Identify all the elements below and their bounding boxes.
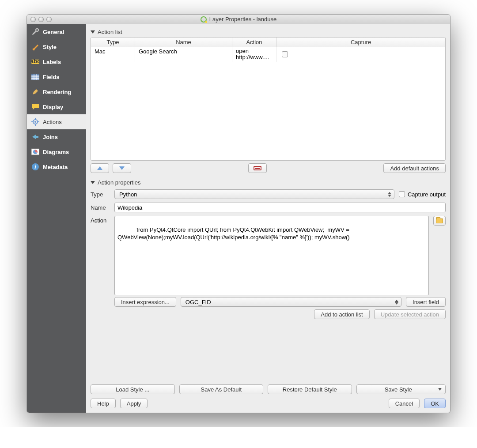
th-type[interactable]: Type <box>91 38 135 47</box>
speech-bubble-icon <box>31 103 39 111</box>
minimize-window-dot[interactable] <box>38 17 44 22</box>
type-row: Type Python Capture output <box>91 188 446 201</box>
sidebar-item-labels[interactable]: abc Labels <box>27 54 86 69</box>
sidebar-label: Style <box>43 44 57 50</box>
svg-rect-4 <box>31 74 39 75</box>
cell-name: Google Search <box>135 47 232 62</box>
chevron-down-icon <box>91 30 95 34</box>
style-buttons-row: Load Style ... Save As Default Restore D… <box>91 384 446 394</box>
restore-default-style-button[interactable]: Restore Default Style <box>268 384 352 394</box>
triangle-up-icon <box>97 166 102 170</box>
sidebar-item-display[interactable]: Display <box>27 99 86 114</box>
sidebar-item-rendering[interactable]: Rendering <box>27 84 86 99</box>
brush-icon <box>31 43 39 51</box>
paintbrush-icon <box>31 88 39 96</box>
info-icon: i <box>31 163 39 171</box>
browse-button[interactable] <box>433 216 446 226</box>
save-style-button[interactable]: Save Style <box>356 384 446 394</box>
action-row: Action from PyQt4.QtCore import QUrl; fr… <box>91 214 446 297</box>
sidebar-label: Display <box>43 104 63 110</box>
delete-button[interactable] <box>248 163 267 173</box>
sidebar-item-style[interactable]: Style <box>27 39 86 54</box>
action-textarea[interactable]: from PyQt4.QtCore import QUrl; from PyQt… <box>114 216 429 295</box>
gear-icon <box>31 118 39 126</box>
svg-text:i: i <box>34 163 36 170</box>
name-value: Wikipedia <box>117 204 142 211</box>
sidebar-label: Joins <box>43 134 58 140</box>
pie-chart-icon <box>31 148 39 156</box>
help-button[interactable]: Help <box>91 399 116 408</box>
field-value: OGC_FID <box>186 299 211 305</box>
add-buttons-row: Add to action list Update selected actio… <box>91 307 446 319</box>
ok-button[interactable]: OK <box>424 399 446 408</box>
cell-capture <box>276 47 316 62</box>
move-down-button[interactable] <box>113 163 131 173</box>
window-controls <box>30 17 52 22</box>
action-list-header[interactable]: Action list <box>91 27 446 37</box>
table-header: Type Name Action Capture <box>91 38 445 47</box>
qgis-icon <box>201 16 207 23</box>
sidebar-item-joins[interactable]: Joins <box>27 129 86 144</box>
apply-button[interactable]: Apply <box>120 399 148 408</box>
update-selected-action-button[interactable]: Update selected action <box>374 309 446 319</box>
table-controls: Add default actions <box>91 161 446 173</box>
sidebar-item-fields[interactable]: Fields <box>27 69 86 84</box>
sidebar-label: Fields <box>43 74 60 80</box>
svg-text:abc: abc <box>31 59 39 64</box>
labels-icon: abc <box>31 58 39 66</box>
svg-point-10 <box>34 121 36 123</box>
close-window-dot[interactable] <box>30 17 36 22</box>
select-arrows-icon <box>395 300 398 305</box>
action-label: Action <box>91 216 110 224</box>
sidebar-label: Metadata <box>43 164 68 170</box>
footer: Load Style ... Save As Default Restore D… <box>91 384 446 408</box>
sidebar-label: Actions <box>43 119 62 125</box>
window-title-text: Layer Properties - landuse <box>209 16 276 23</box>
action-properties-header[interactable]: Action properties <box>91 177 446 188</box>
insert-expression-button[interactable]: Insert expression... <box>114 297 176 307</box>
sidebar-item-diagrams[interactable]: Diagrams <box>27 144 86 159</box>
sidebar-item-actions[interactable]: Actions <box>27 114 86 129</box>
section-title: Action properties <box>98 179 141 186</box>
th-capture[interactable]: Capture <box>276 38 445 47</box>
cancel-button[interactable]: Cancel <box>389 399 420 408</box>
sidebar-label: Rendering <box>43 89 71 95</box>
field-select[interactable]: OGC_FID <box>181 297 401 307</box>
capture-checkbox[interactable] <box>282 51 288 57</box>
body: General Style abc Labels Fields <box>27 24 450 413</box>
add-to-action-list-button[interactable]: Add to action list <box>314 309 369 319</box>
table-row[interactable]: Mac Google Search open http://www.g… <box>91 47 445 62</box>
joins-icon <box>31 133 39 141</box>
type-label: Type <box>91 191 110 198</box>
section-title: Action list <box>98 29 122 35</box>
save-as-default-button[interactable]: Save As Default <box>179 384 264 394</box>
sidebar-label: General <box>43 29 64 35</box>
layer-properties-window: Layer Properties - landuse General Style… <box>26 14 450 413</box>
delete-icon <box>254 166 261 170</box>
sidebar-label: Diagrams <box>43 149 69 155</box>
capture-output-checkbox[interactable] <box>399 191 405 197</box>
th-name[interactable]: Name <box>135 38 232 47</box>
svg-point-0 <box>36 29 38 31</box>
type-value: Python <box>119 191 137 198</box>
titlebar: Layer Properties - landuse <box>27 15 450 24</box>
move-up-button[interactable] <box>91 163 109 173</box>
window-title: Layer Properties - landuse <box>27 16 450 23</box>
sidebar-item-general[interactable]: General <box>27 24 86 39</box>
th-action[interactable]: Action <box>232 38 276 47</box>
dialog-buttons-row: Help Apply Cancel OK <box>91 399 446 408</box>
name-input[interactable]: Wikipedia <box>114 203 446 212</box>
folder-icon <box>436 218 443 223</box>
action-list-section: Action list Type Name Action Capture Mac… <box>91 27 446 173</box>
sidebar-item-metadata[interactable]: i Metadata <box>27 159 86 174</box>
action-properties-section: Action properties Type Python Capture ou… <box>91 177 446 319</box>
insert-field-button[interactable]: Insert field <box>406 297 446 307</box>
action-value: from PyQt4.QtCore import QUrl; from PyQt… <box>117 226 351 241</box>
type-select[interactable]: Python <box>114 189 394 199</box>
zoom-window-dot[interactable] <box>46 17 52 22</box>
sidebar-label: Labels <box>43 59 61 65</box>
add-default-actions-button[interactable]: Add default actions <box>383 163 446 173</box>
chevron-down-icon <box>91 181 95 184</box>
cell-action: open http://www.g… <box>232 47 276 62</box>
load-style-button[interactable]: Load Style ... <box>91 384 175 394</box>
